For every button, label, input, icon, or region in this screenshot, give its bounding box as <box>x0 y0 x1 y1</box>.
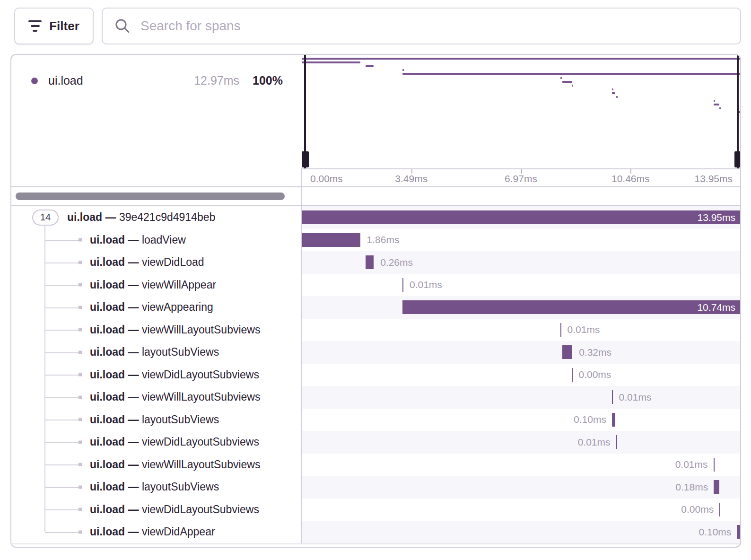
tree-connector-line <box>45 285 79 286</box>
axis-tick-label: 10.46ms <box>611 173 650 184</box>
span-tree-row[interactable]: ui.load — viewWillLayoutSubviews <box>11 386 301 409</box>
span-duration-bar[interactable] <box>560 323 561 337</box>
span-label: ui.load — 39e421c9d4914beb <box>67 211 215 224</box>
span-search-box[interactable] <box>102 8 741 44</box>
span-tree-row[interactable]: ui.load — viewAppearing <box>11 296 301 319</box>
span-bar-row[interactable]: 0.10ms <box>302 521 740 543</box>
tree-connector-dot <box>79 530 82 534</box>
span-tree-row[interactable]: ui.load — viewWillLayoutSubviews <box>11 319 301 341</box>
span-children-count-badge[interactable]: 14 <box>32 210 59 226</box>
span-bar-row[interactable]: 0.01ms <box>302 431 740 454</box>
span-tree-row[interactable]: ui.load — viewWillAppear <box>11 274 301 297</box>
horizontal-scroll-row <box>11 186 740 206</box>
span-duration-bar[interactable] <box>714 480 719 494</box>
span-duration-bar[interactable] <box>612 390 613 404</box>
span-duration-label: 0.00ms <box>578 369 611 380</box>
tree-scroll-track[interactable] <box>11 187 302 205</box>
span-tree-row[interactable]: 14ui.load — 39e421c9d4914beb <box>11 206 301 229</box>
span-tree-row[interactable]: ui.load — viewWillLayoutSubviews <box>11 454 301 476</box>
span-label: ui.load — viewAppearing <box>90 301 213 314</box>
span-label: ui.load — loadView <box>90 234 186 246</box>
span-duration-bar[interactable] <box>402 278 403 292</box>
span-duration-label: 0.01ms <box>410 279 442 290</box>
tree-connector-line <box>45 262 79 263</box>
tree-connector-line <box>45 330 79 331</box>
axis-tick-label: 6.97ms <box>505 173 537 184</box>
span-label: ui.load — layoutSubViews <box>90 481 219 493</box>
tree-connector-line <box>45 420 79 420</box>
minimap-right-handle[interactable] <box>734 55 741 168</box>
span-bar-row[interactable]: 0.01ms <box>302 386 740 409</box>
minimap-span-bar <box>562 81 572 83</box>
span-tree-row[interactable]: ui.load — viewDidLoad <box>11 251 301 274</box>
span-bar-row[interactable]: 1.86ms <box>302 229 740 252</box>
span-bar-row[interactable]: 13.95ms <box>302 206 740 229</box>
span-tree-row[interactable]: ui.load — layoutSubViews <box>11 409 301 431</box>
span-tree-row[interactable]: ui.load — layoutSubViews <box>11 341 301 364</box>
span-tree-row[interactable]: ui.load — layoutSubViews <box>11 476 301 499</box>
span-duration-label: 0.10ms <box>699 526 731 538</box>
span-duration-bar[interactable] <box>562 345 572 359</box>
span-duration-bar[interactable]: 10.74ms <box>402 300 740 314</box>
span-label: ui.load — viewWillLayoutSubviews <box>90 458 260 471</box>
span-duration-bar[interactable] <box>612 413 615 427</box>
tree-connector-dot <box>79 508 82 511</box>
span-bar-row[interactable]: 0.01ms <box>302 274 740 297</box>
span-bar-row[interactable]: 0.01ms <box>302 319 740 341</box>
tree-connector-dot <box>79 238 82 242</box>
span-duration-bar[interactable] <box>572 368 573 382</box>
span-duration-bar[interactable] <box>719 503 720 516</box>
minimap-span-bar <box>714 104 719 105</box>
span-tree-row[interactable]: ui.load — viewDidAppear <box>11 521 301 543</box>
search-input[interactable] <box>140 18 729 34</box>
span-duration-bar[interactable] <box>366 255 374 269</box>
span-duration-label: 1.86ms <box>367 234 400 245</box>
timeline-scroll-area <box>302 187 740 205</box>
trace-minimap[interactable] <box>302 55 740 168</box>
span-label: ui.load — viewWillLayoutSubviews <box>90 391 260 403</box>
minimap-span-bar <box>302 58 740 60</box>
span-bar-row[interactable]: 0.10ms <box>302 409 740 431</box>
span-bar-row[interactable]: 0.00ms <box>302 499 740 521</box>
minimap-span-bar <box>612 92 615 94</box>
axis-tick-label: 3.49ms <box>395 173 428 184</box>
tree-connector-line <box>45 442 79 443</box>
span-tree-column: 14ui.load — 39e421c9d4914bebui.load — lo… <box>11 206 302 543</box>
span-bar-row[interactable]: 0.26ms <box>302 251 740 274</box>
span-label: ui.load — viewDidLoad <box>90 256 204 269</box>
tree-trunk-line <box>44 226 45 532</box>
filter-button[interactable]: Filter <box>14 8 94 44</box>
span-bar-row[interactable]: 0.18ms <box>302 476 740 499</box>
tree-connector-line <box>45 487 79 488</box>
minimap-span-bar <box>366 65 374 67</box>
span-op-percent: 100% <box>253 74 283 88</box>
span-duration-bar[interactable]: 13.95ms <box>302 210 740 224</box>
span-tree-row[interactable]: ui.load — viewDidLayoutSubviews <box>11 431 301 454</box>
span-tree-row[interactable]: ui.load — viewDidLayoutSubviews <box>11 364 301 386</box>
span-bar-row[interactable]: 0.32ms <box>302 341 740 364</box>
tree-scrollbar-thumb[interactable] <box>16 192 285 200</box>
span-label: ui.load — viewWillLayoutSubviews <box>90 324 260 336</box>
tree-connector-dot <box>79 328 82 332</box>
minimap-span-bar <box>719 107 721 109</box>
span-duration-bar[interactable] <box>302 233 360 247</box>
span-duration-bar[interactable] <box>616 435 617 449</box>
span-duration-label: 0.26ms <box>380 257 413 268</box>
tree-connector-line <box>45 509 79 510</box>
span-label: ui.load — viewDidAppear <box>90 525 215 538</box>
span-label: ui.load — viewDidLayoutSubviews <box>90 503 259 516</box>
tree-connector-dot <box>79 373 82 376</box>
span-duration-bar[interactable] <box>714 458 715 472</box>
minimap-left-handle[interactable] <box>302 55 309 168</box>
span-tree-row[interactable]: ui.load — viewDidLayoutSubviews <box>11 499 301 521</box>
minimap-span-bar <box>572 85 573 87</box>
span-duration-bar[interactable] <box>737 525 740 539</box>
span-timeline-column: 13.95ms1.86ms0.26ms0.01ms10.74ms0.01ms0.… <box>302 206 740 543</box>
span-rows: 14ui.load — 39e421c9d4914bebui.load — lo… <box>11 206 740 544</box>
span-bar-row[interactable]: 0.00ms <box>302 364 740 386</box>
span-bar-row[interactable]: 10.74ms <box>302 296 740 319</box>
span-op-name: ui.load <box>48 74 83 88</box>
span-bar-row[interactable]: 0.01ms <box>302 454 740 476</box>
minimap-span-bar <box>714 100 715 102</box>
span-tree-row[interactable]: ui.load — loadView <box>11 229 301 252</box>
